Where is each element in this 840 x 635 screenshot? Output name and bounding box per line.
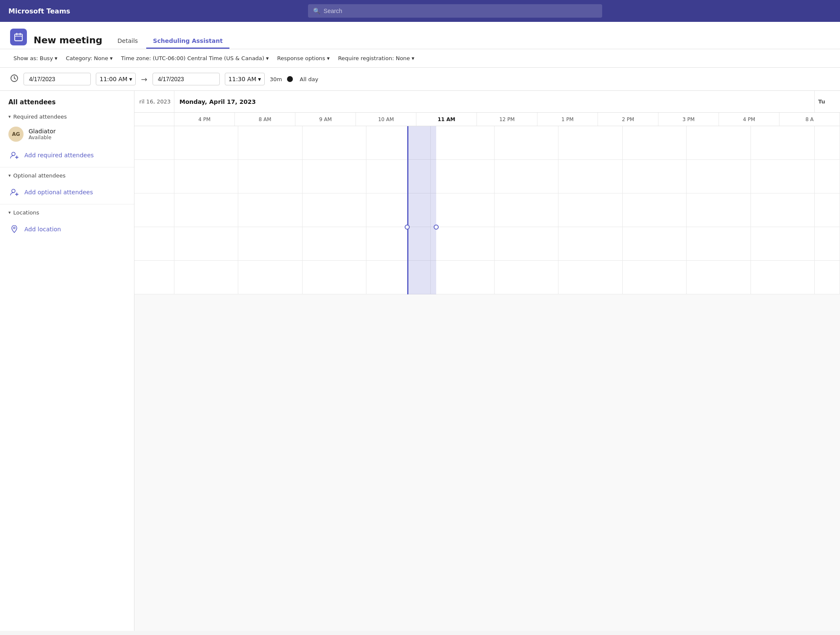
time-2pm: 2 PM	[598, 113, 658, 126]
cal-cell	[238, 261, 302, 294]
cal-cell	[558, 126, 622, 159]
cal-cell-last	[815, 160, 840, 193]
cal-cell	[431, 160, 495, 193]
cal-cell	[687, 261, 750, 294]
cal-cell	[238, 227, 302, 260]
time-12pm: 12 PM	[477, 113, 537, 126]
add-optional-attendees-button[interactable]: Add optional attendees	[0, 182, 134, 202]
chevron-down-icon: ▾	[8, 173, 11, 178]
avatar: AG	[8, 127, 24, 142]
add-people-icon	[8, 149, 20, 161]
required-attendees-section[interactable]: ▾ Required attendees	[0, 110, 134, 123]
show-as-option[interactable]: Show as: Busy ▾	[10, 53, 61, 63]
time-9am: 9 AM	[295, 113, 356, 126]
time-4pm: 4 PM	[719, 113, 779, 126]
cal-cell	[238, 126, 302, 159]
response-option[interactable]: Response options ▾	[274, 53, 333, 63]
cal-cell	[687, 227, 750, 260]
category-option[interactable]: Category: None ▾	[63, 53, 116, 63]
cal-cell	[303, 126, 366, 159]
row-label	[134, 126, 174, 159]
chevron-down-icon: ▾	[55, 55, 58, 61]
cal-cell	[623, 193, 687, 227]
attendee-name: Gladiator	[29, 128, 55, 135]
cal-cell	[751, 193, 815, 227]
cal-cell	[495, 261, 558, 294]
section-divider	[0, 167, 134, 167]
meeting-title: New meeting	[34, 35, 103, 45]
add-location-button[interactable]: Add location	[0, 219, 134, 239]
meeting-tabs: Details Scheduling Assistant	[111, 34, 229, 49]
calendar-row-3	[134, 193, 840, 227]
search-input[interactable]	[324, 8, 597, 14]
start-time-select[interactable]: 11:00 AM ▾	[96, 73, 136, 85]
chevron-down-icon: ▾	[412, 55, 415, 61]
svg-point-2	[12, 152, 15, 156]
cal-cell	[687, 126, 750, 159]
meeting-header: New meeting Details Scheduling Assistant	[0, 22, 840, 49]
section-divider-2	[0, 204, 134, 204]
time-4pm-prev: 4 PM	[174, 113, 235, 126]
cal-cell	[495, 227, 558, 260]
search-icon: 🔍	[313, 8, 320, 14]
all-day-label: All day	[300, 76, 318, 82]
cal-cell	[495, 126, 558, 159]
date-header-row: ril 16, 2023 Monday, April 17, 2023 Tu	[134, 91, 840, 113]
cal-cell	[558, 193, 622, 227]
cal-cell	[495, 193, 558, 227]
cal-cell	[238, 160, 302, 193]
row-label	[134, 261, 174, 294]
time-10am: 10 AM	[356, 113, 416, 126]
optional-attendees-section[interactable]: ▾ Optional attendees	[0, 169, 134, 182]
cal-cell-last	[815, 227, 840, 260]
svg-rect-0	[15, 34, 22, 41]
time-spacer	[134, 113, 174, 126]
cal-cell	[623, 227, 687, 260]
row-label	[134, 193, 174, 227]
left-panel: All attendees ▾ Required attendees AG Gl…	[0, 91, 134, 631]
prev-date-label: ril 16, 2023	[134, 91, 174, 112]
cal-cell	[174, 126, 238, 159]
locations-section[interactable]: ▾ Locations	[0, 206, 134, 219]
chevron-down-icon: ▾	[8, 210, 11, 215]
datetime-bar: 11:00 AM ▾ → 11:30 AM ▾ 30m All day	[0, 68, 840, 91]
topbar: Microsoft Teams 🔍	[0, 0, 840, 22]
next-date-label: Tu	[815, 91, 840, 112]
calendar-row-2	[134, 160, 840, 193]
cal-cell-11am	[431, 126, 495, 159]
cal-cell	[558, 227, 622, 260]
cal-cell	[495, 160, 558, 193]
all-day-dot	[287, 76, 293, 82]
time-8a-next: 8 A	[779, 113, 840, 126]
cal-cell-last	[815, 126, 840, 159]
chevron-down-icon: ▾	[8, 114, 11, 119]
search-bar[interactable]: 🔍	[308, 4, 602, 18]
calendar-grid-wrapper	[134, 126, 840, 294]
meeting-block[interactable]	[407, 126, 436, 294]
cal-cell	[174, 227, 238, 260]
chevron-down-icon: ▾	[129, 76, 132, 82]
end-date-input[interactable]	[153, 73, 220, 85]
cal-cell	[623, 261, 687, 294]
tab-scheduling[interactable]: Scheduling Assistant	[146, 34, 229, 49]
add-required-attendees-button[interactable]: Add required attendees	[0, 145, 134, 165]
cal-cell	[431, 227, 495, 260]
timezone-option[interactable]: Time zone: (UTC-06:00) Central Time (US …	[118, 53, 272, 63]
cal-cell	[303, 193, 366, 227]
arrow-right-icon: →	[141, 75, 147, 84]
cal-cell	[303, 261, 366, 294]
duration-badge: 30m	[270, 76, 282, 82]
cal-cell	[174, 160, 238, 193]
svg-point-3	[12, 189, 15, 193]
tab-details[interactable]: Details	[111, 34, 145, 49]
end-time-select[interactable]: 11:30 AM ▾	[225, 73, 265, 85]
row-label	[134, 160, 174, 193]
add-optional-icon	[8, 186, 20, 198]
registration-option[interactable]: Require registration: None ▾	[334, 53, 418, 63]
calendar-row-4	[134, 227, 840, 261]
start-date-input[interactable]	[24, 73, 91, 85]
cal-cell	[174, 261, 238, 294]
cal-cell	[751, 261, 815, 294]
cal-cell-last	[815, 193, 840, 227]
chevron-down-icon: ▾	[266, 55, 269, 61]
